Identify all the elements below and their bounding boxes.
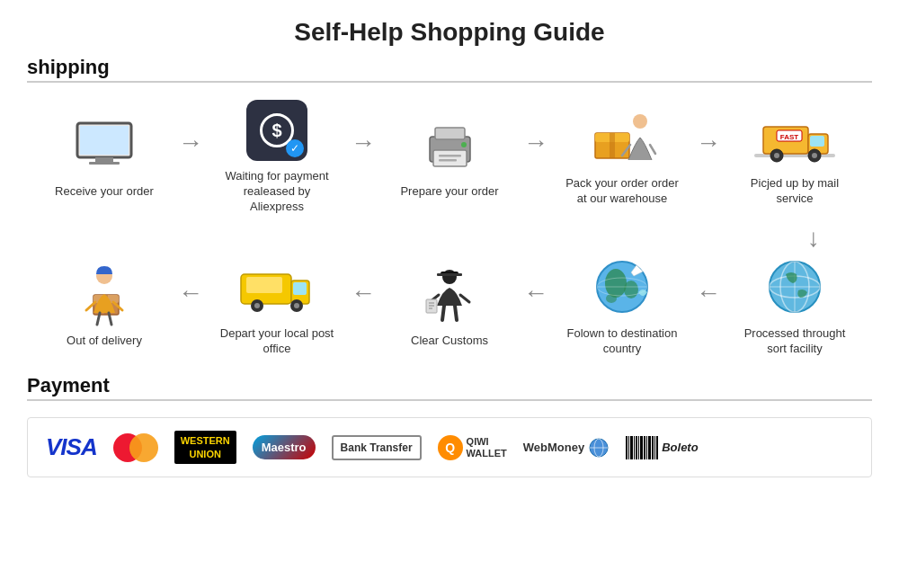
boleto-barcode-icon bbox=[626, 436, 658, 459]
page: Self-Help Shopping Guide shipping Receiv… bbox=[0, 0, 899, 495]
western-union-logo: WESTERN UNION bbox=[174, 431, 236, 464]
arrow-down-icon: ↓ bbox=[807, 224, 820, 253]
payment-methods-box: VISA WESTERN UNION Maestro Bank Transfer bbox=[27, 417, 872, 477]
svg-rect-6 bbox=[433, 150, 467, 166]
svg-rect-2 bbox=[95, 157, 113, 162]
svg-rect-3 bbox=[89, 162, 120, 165]
svg-rect-41 bbox=[246, 277, 282, 293]
arrow-4: → bbox=[696, 129, 721, 184]
svg-line-45 bbox=[442, 306, 444, 320]
svg-rect-72 bbox=[638, 436, 639, 459]
qiwi-circle-icon: Q bbox=[438, 435, 463, 460]
flow-item-receive-order: Receive your order bbox=[32, 114, 176, 200]
svg-rect-76 bbox=[648, 436, 651, 459]
qiwi-text: QIWI WALLET bbox=[467, 436, 507, 459]
svg-point-13 bbox=[633, 114, 647, 129]
flow-label-clear-customs: Clear Customs bbox=[411, 334, 488, 349]
arrow-down-container: ↓ bbox=[27, 224, 872, 253]
svg-rect-7 bbox=[439, 155, 461, 157]
flow-label-pickup-mail: Picjed up by mail service bbox=[736, 176, 853, 207]
flow-label-receive-order: Receive your order bbox=[55, 184, 154, 200]
shipping-title: shipping bbox=[27, 56, 872, 79]
shipping-row-1: Receive your order → $ ✓ Waiting for pay… bbox=[27, 99, 872, 215]
svg-rect-5 bbox=[435, 128, 465, 139]
svg-rect-79 bbox=[656, 436, 658, 459]
svg-line-48 bbox=[460, 295, 469, 302]
arrow-7: ← bbox=[523, 279, 548, 334]
svg-rect-70 bbox=[634, 436, 635, 459]
monitor-icon bbox=[68, 114, 140, 177]
bank-transfer-logo: Bank Transfer bbox=[332, 435, 422, 460]
flow-label-waiting-payment: Waiting for payment realeased by Aliexpr… bbox=[218, 169, 335, 215]
printer-icon bbox=[414, 114, 485, 177]
payment-title: Payment bbox=[27, 374, 872, 397]
svg-rect-73 bbox=[640, 436, 643, 459]
webmoney-text: WebMoney bbox=[523, 441, 584, 454]
webmoney-logo: WebMoney bbox=[523, 437, 610, 459]
flow-item-pickup-mail: FAST Picjed up by mail service bbox=[723, 106, 867, 207]
arrow-5: ← bbox=[178, 279, 203, 334]
flow-item-clear-customs: Clear Customs bbox=[378, 263, 521, 349]
globe2-icon bbox=[759, 256, 831, 319]
payment-divider bbox=[27, 399, 872, 401]
flow-item-folown-destination: Folown to destination country bbox=[550, 256, 694, 357]
flow-item-pack-order: Pack your order order at our warehouse bbox=[550, 106, 694, 207]
arrow-1: → bbox=[178, 129, 203, 184]
flow-item-processed-sort: Processed throught sort facility bbox=[723, 256, 867, 357]
boleto-text: Boleto bbox=[662, 441, 698, 454]
flow-label-depart-post: Depart your local post office bbox=[218, 326, 335, 357]
payment-section: Payment VISA WESTERN UNION Maestro bbox=[27, 374, 872, 477]
svg-rect-74 bbox=[644, 436, 645, 459]
flow-item-waiting-payment: $ ✓ Waiting for payment realeased by Ali… bbox=[205, 99, 349, 215]
svg-point-9 bbox=[461, 142, 467, 147]
delivery-van-icon bbox=[241, 256, 313, 319]
fast-truck-icon: FAST bbox=[759, 106, 831, 169]
svg-rect-44 bbox=[437, 273, 462, 276]
shipping-section: shipping Receive your order → bbox=[27, 56, 872, 356]
page-title: Self-Help Shopping Guide bbox=[27, 18, 872, 47]
maestro-logo: Maestro bbox=[253, 435, 316, 459]
svg-rect-77 bbox=[652, 436, 654, 459]
svg-rect-19 bbox=[810, 136, 824, 147]
svg-rect-68 bbox=[628, 436, 629, 459]
svg-point-23 bbox=[812, 153, 817, 158]
svg-text:FAST: FAST bbox=[780, 133, 799, 141]
webmoney-globe-icon bbox=[588, 437, 610, 459]
flow-item-out-delivery: Out of delivery bbox=[32, 263, 176, 349]
flow-item-depart-post: Depart your local post office bbox=[205, 256, 349, 357]
svg-point-54 bbox=[605, 269, 627, 298]
arrow-6: ← bbox=[351, 279, 376, 334]
check-icon: ✓ bbox=[286, 139, 304, 157]
svg-rect-1 bbox=[80, 126, 129, 155]
arrow-3: → bbox=[523, 129, 548, 184]
boleto-logo: Boleto bbox=[626, 436, 698, 459]
svg-line-15 bbox=[650, 145, 655, 154]
flow-label-pack-order: Pack your order order at our warehouse bbox=[564, 176, 681, 207]
payment-dark-icon: $ ✓ bbox=[241, 99, 313, 162]
box-person-icon bbox=[586, 106, 658, 169]
qiwi-logo: Q QIWI WALLET bbox=[438, 435, 507, 460]
svg-rect-8 bbox=[439, 159, 457, 162]
svg-rect-69 bbox=[630, 436, 633, 459]
svg-point-21 bbox=[774, 153, 779, 158]
svg-rect-12 bbox=[610, 133, 615, 158]
arrow-8: ← bbox=[696, 279, 721, 334]
svg-rect-71 bbox=[636, 436, 637, 459]
visa-logo: VISA bbox=[46, 433, 97, 461]
mastercard-logo bbox=[113, 433, 158, 462]
flow-item-prepare-order: Prepare your order bbox=[378, 114, 521, 200]
flow-label-prepare-order: Prepare your order bbox=[400, 184, 498, 200]
shipping-row-2: Out of delivery ← D bbox=[27, 256, 872, 357]
svg-rect-78 bbox=[654, 436, 655, 459]
mc-yellow-circle bbox=[129, 433, 158, 462]
svg-point-40 bbox=[294, 303, 299, 308]
flow-label-folown-destination: Folown to destination country bbox=[564, 326, 681, 357]
flow-label-processed-sort: Processed throught sort facility bbox=[736, 326, 853, 357]
arrow-2: → bbox=[351, 129, 376, 184]
svg-rect-67 bbox=[626, 436, 628, 459]
flow-label-out-delivery: Out of delivery bbox=[67, 334, 142, 349]
svg-rect-75 bbox=[646, 436, 647, 459]
delivery-person-icon bbox=[68, 263, 140, 326]
svg-rect-36 bbox=[293, 282, 307, 295]
shipping-divider bbox=[27, 81, 872, 83]
